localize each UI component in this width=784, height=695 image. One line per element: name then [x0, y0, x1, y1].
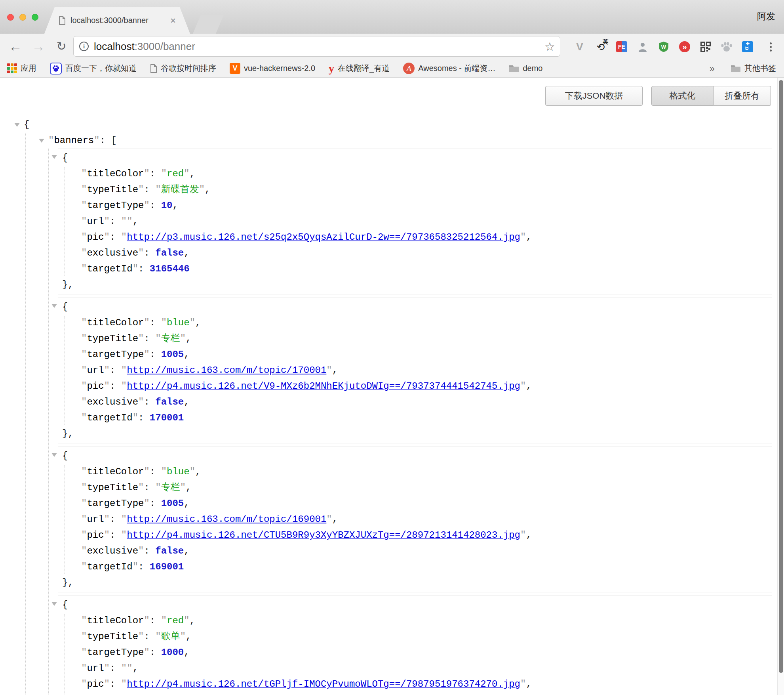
json-line: "url": "",: [58, 214, 772, 229]
address-url: localhost:3000/banner: [94, 40, 195, 53]
vue-devtools-extension-icon[interactable]: V: [573, 40, 587, 54]
svg-text:W: W: [661, 44, 666, 50]
person-extension-icon[interactable]: [636, 40, 650, 54]
bookmark-item[interactable]: y在线翻译_有道: [329, 63, 390, 74]
json-line: "titleColor": "red",: [58, 613, 772, 629]
qr-code-extension-icon[interactable]: [698, 40, 713, 54]
vue-v-icon: V: [230, 63, 240, 74]
collapse-toggle-icon[interactable]: [14, 123, 20, 127]
json-url-link[interactable]: http://p3.music.126.net/s25q2x5QyqsAzilC…: [127, 232, 520, 242]
apps-grid-icon: [7, 63, 17, 73]
bookmark-item[interactable]: 应用: [7, 63, 36, 74]
json-line: "titleColor": "blue",: [58, 464, 772, 480]
json-line: "targetType": 1000,: [58, 645, 772, 661]
json-line: "targetId": 170001: [58, 410, 772, 426]
fe-badge-icon: FE: [616, 41, 627, 52]
json-line: "pic": "http://p4.music.126.net/tGPljf-I…: [58, 676, 772, 692]
collapse-toggle-icon[interactable]: [51, 304, 57, 308]
site-info-icon[interactable]: i: [79, 42, 89, 51]
tab-close-icon[interactable]: ×: [170, 16, 176, 25]
fe-helper-extension-icon[interactable]: FE: [615, 40, 629, 54]
json-url-link[interactable]: http://music.163.com/m/topic/169001: [127, 514, 326, 525]
scrollbar-track[interactable]: [777, 78, 784, 695]
json-url-link[interactable]: http://music.163.com/m/topic/170001: [127, 365, 326, 376]
profile-name[interactable]: 阿发: [757, 10, 775, 23]
bookmarks-overflow-chevron[interactable]: »: [710, 63, 715, 74]
json-line: {: [58, 597, 772, 613]
json-line: },: [58, 426, 772, 442]
indent-guide: [25, 133, 26, 695]
indent-guide: [48, 149, 49, 695]
bookmark-star-icon[interactable]: ☆: [544, 40, 555, 53]
scrollbar-thumb[interactable]: [779, 80, 783, 673]
json-line: "typeTitle": "歌单",: [58, 629, 772, 645]
window-minimize-button[interactable]: [19, 14, 26, 21]
window-titlebar: localhost:3000/banner × 阿发: [0, 0, 784, 34]
document-icon: [150, 64, 157, 73]
bookmark-item[interactable]: AAwesomes - 前端资…: [403, 63, 495, 74]
collapse-all-button[interactable]: 折叠所有: [714, 86, 771, 106]
json-line: "targetId": 169001: [58, 559, 772, 575]
banner-object-box: {"titleColor": "red","typeTitle": "歌单","…: [58, 596, 772, 695]
bookmark-label: 谷歌按时间排序: [161, 63, 216, 74]
bookmark-item[interactable]: Vvue-hackernews-2.0: [230, 63, 315, 74]
json-line: {: [58, 448, 772, 464]
json-line: "typeTitle": "新碟首发",: [58, 182, 772, 198]
json-line: "url": "http://music.163.com/m/topic/170…: [58, 363, 772, 378]
json-line: },: [58, 575, 772, 591]
download-json-button[interactable]: 下载JSON数据: [545, 86, 643, 106]
json-line: "pic": "http://p4.music.126.net/V9-MXz6b…: [58, 378, 772, 394]
json-line: "exclusive": false,: [58, 543, 772, 559]
folder-icon: [509, 64, 519, 73]
bookmark-item[interactable]: 百度一下，你就知道: [50, 63, 137, 74]
json-line: "url": "http://music.163.com/m/topic/169…: [58, 512, 772, 527]
banner-object-box: {"titleColor": "red","typeTitle": "新碟首发"…: [58, 149, 772, 294]
other-bookmarks-folder[interactable]: 其他书签: [731, 63, 776, 74]
window-controls: [7, 14, 38, 21]
bookmark-label: vue-hackernews-2.0: [244, 64, 315, 73]
view-mode-button-group: 格式化 折叠所有: [651, 86, 771, 106]
folder-icon: [731, 64, 741, 73]
paw-extension-icon[interactable]: [719, 40, 734, 54]
forward-button[interactable]: →: [29, 37, 48, 55]
json-line: "targetType": 1005,: [58, 347, 772, 363]
translator-extension-icon[interactable]: ⟲ 英: [594, 40, 608, 54]
banner-object-box: {"titleColor": "blue","typeTitle": "专栏",…: [58, 298, 772, 443]
browser-menu-icon[interactable]: [763, 40, 778, 54]
json-url-link[interactable]: http://p4.music.126.net/tGPljf-IMOCyPvum…: [127, 679, 520, 689]
collapse-toggle-icon[interactable]: [51, 155, 57, 159]
bookmarks-list: 应用百度一下，你就知道谷歌按时间排序Vvue-hackernews-2.0y在线…: [7, 63, 556, 74]
json-line: "typeTitle": "专栏",: [58, 480, 772, 496]
collapse-toggle-icon[interactable]: [51, 453, 57, 457]
json-line: "titleColor": "blue",: [58, 315, 772, 331]
reload-button[interactable]: ↻: [52, 37, 70, 55]
browser-tab[interactable]: localhost:3000/banner ×: [44, 7, 190, 34]
new-tab-button[interactable]: [193, 15, 224, 34]
banner-object-box: {"titleColor": "blue","typeTitle": "专栏",…: [58, 447, 772, 592]
download-extension-icon[interactable]: ✚»: [740, 40, 755, 54]
json-line: "exclusive": false,: [58, 245, 772, 261]
fast-forward-extension-icon[interactable]: »: [677, 40, 692, 54]
page-favicon-icon: [59, 16, 66, 25]
json-url-link[interactable]: http://p4.music.126.net/V9-MXz6b2MNhEKju…: [127, 381, 520, 391]
bookmark-label: demo: [523, 64, 542, 73]
address-bar[interactable]: i localhost:3000/banner ☆: [73, 36, 560, 57]
bookmark-item[interactable]: demo: [509, 64, 542, 73]
json-line: "pic": "http://p4.music.126.net/CTU5B9R9…: [58, 527, 772, 543]
format-button[interactable]: 格式化: [651, 86, 714, 106]
bookmarks-bar: 应用百度一下，你就知道谷歌按时间排序Vvue-hackernews-2.0y在线…: [0, 59, 784, 78]
collapse-toggle-icon[interactable]: [39, 139, 44, 143]
baidu-paw-icon: [50, 63, 62, 74]
json-line: },: [58, 277, 772, 293]
collapse-toggle-icon[interactable]: [51, 602, 57, 606]
bookmark-item[interactable]: 谷歌按时间排序: [150, 63, 216, 74]
json-line: "targetType": 1005,: [58, 496, 772, 512]
window-zoom-button[interactable]: [32, 14, 38, 21]
json-line: {: [58, 150, 772, 166]
shield-extension-icon[interactable]: W: [657, 40, 671, 54]
json-url-link[interactable]: http://p4.music.126.net/CTU5B9R9y3XyYBZX…: [127, 530, 520, 540]
bookmark-label: Awesomes - 前端资…: [418, 63, 495, 74]
window-close-button[interactable]: [7, 14, 14, 21]
back-button[interactable]: ←: [6, 37, 25, 55]
json-line: "url": "",: [58, 661, 772, 676]
